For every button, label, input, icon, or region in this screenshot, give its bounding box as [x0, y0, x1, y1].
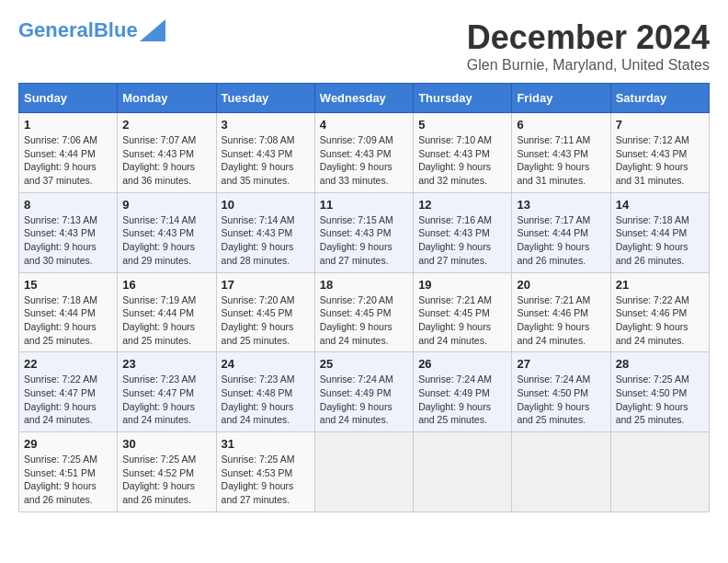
calendar-cell: 21 Sunrise: 7:22 AM Sunset: 4:46 PM Dayl… — [610, 272, 709, 352]
day-number: 5 — [418, 118, 506, 132]
day-number: 26 — [418, 357, 506, 371]
calendar-cell — [610, 432, 709, 512]
day-number: 17 — [222, 278, 310, 292]
day-info: Sunrise: 7:13 AM Sunset: 4:43 PM Dayligh… — [24, 213, 112, 268]
day-info: Sunrise: 7:21 AM Sunset: 4:46 PM Dayligh… — [517, 293, 605, 348]
calendar-cell: 27 Sunrise: 7:24 AM Sunset: 4:50 PM Dayl… — [512, 352, 610, 432]
day-number: 24 — [222, 357, 310, 371]
day-info: Sunrise: 7:12 AM Sunset: 4:43 PM Dayligh… — [616, 133, 704, 188]
day-number: 8 — [24, 198, 112, 212]
day-info: Sunrise: 7:07 AM Sunset: 4:43 PM Dayligh… — [122, 133, 210, 188]
day-info: Sunrise: 7:18 AM Sunset: 4:44 PM Dayligh… — [616, 213, 704, 268]
day-info: Sunrise: 7:09 AM Sunset: 4:43 PM Dayligh… — [320, 133, 408, 188]
day-number: 7 — [616, 118, 704, 132]
day-info: Sunrise: 7:18 AM Sunset: 4:44 PM Dayligh… — [24, 293, 112, 348]
weekday-header-monday: Monday — [118, 84, 216, 113]
calendar-cell: 4 Sunrise: 7:09 AM Sunset: 4:43 PM Dayli… — [314, 113, 413, 193]
day-info: Sunrise: 7:25 AM Sunset: 4:52 PM Dayligh… — [122, 453, 210, 507]
calendar-cell: 9 Sunrise: 7:14 AM Sunset: 4:43 PM Dayli… — [118, 192, 216, 272]
svg-marker-0 — [140, 19, 165, 41]
day-number: 4 — [320, 118, 408, 132]
day-number: 16 — [122, 278, 210, 292]
day-info: Sunrise: 7:14 AM Sunset: 4:43 PM Dayligh… — [222, 213, 310, 268]
calendar-cell: 22 Sunrise: 7:22 AM Sunset: 4:47 PM Dayl… — [19, 352, 118, 432]
calendar-week-row: 15 Sunrise: 7:18 AM Sunset: 4:44 PM Dayl… — [19, 272, 710, 352]
calendar-week-row: 29 Sunrise: 7:25 AM Sunset: 4:51 PM Dayl… — [19, 432, 710, 512]
day-number: 18 — [320, 278, 408, 292]
calendar-cell: 11 Sunrise: 7:15 AM Sunset: 4:43 PM Dayl… — [314, 192, 413, 272]
calendar-table: SundayMondayTuesdayWednesdayThursdayFrid… — [18, 83, 710, 512]
calendar-cell: 1 Sunrise: 7:06 AM Sunset: 4:44 PM Dayli… — [19, 113, 118, 193]
day-number: 19 — [418, 278, 506, 292]
day-info: Sunrise: 7:17 AM Sunset: 4:44 PM Dayligh… — [517, 213, 605, 268]
calendar-cell: 13 Sunrise: 7:17 AM Sunset: 4:44 PM Dayl… — [512, 192, 610, 272]
day-number: 9 — [122, 198, 210, 212]
logo-icon — [140, 16, 165, 41]
day-number: 2 — [122, 118, 210, 132]
day-number: 23 — [122, 357, 210, 371]
calendar-cell — [512, 432, 610, 512]
day-number: 12 — [418, 198, 506, 212]
logo: GeneralBlue — [18, 18, 165, 42]
day-info: Sunrise: 7:16 AM Sunset: 4:43 PM Dayligh… — [418, 213, 506, 268]
calendar-cell: 8 Sunrise: 7:13 AM Sunset: 4:43 PM Dayli… — [19, 192, 118, 272]
day-info: Sunrise: 7:06 AM Sunset: 4:44 PM Dayligh… — [24, 133, 112, 188]
calendar-cell: 5 Sunrise: 7:10 AM Sunset: 4:43 PM Dayli… — [414, 113, 512, 193]
day-number: 13 — [517, 198, 605, 212]
day-info: Sunrise: 7:24 AM Sunset: 4:50 PM Dayligh… — [517, 373, 605, 427]
day-info: Sunrise: 7:11 AM Sunset: 4:43 PM Dayligh… — [517, 133, 605, 188]
calendar-cell: 15 Sunrise: 7:18 AM Sunset: 4:44 PM Dayl… — [19, 272, 118, 352]
day-info: Sunrise: 7:22 AM Sunset: 4:46 PM Dayligh… — [616, 293, 704, 348]
calendar-cell: 14 Sunrise: 7:18 AM Sunset: 4:44 PM Dayl… — [610, 192, 709, 272]
day-info: Sunrise: 7:20 AM Sunset: 4:45 PM Dayligh… — [320, 293, 408, 348]
day-info: Sunrise: 7:21 AM Sunset: 4:45 PM Dayligh… — [418, 293, 506, 348]
month-title: December 2024 — [467, 18, 710, 57]
calendar-cell — [314, 432, 413, 512]
calendar-cell: 18 Sunrise: 7:20 AM Sunset: 4:45 PM Dayl… — [314, 272, 413, 352]
day-number: 20 — [517, 278, 605, 292]
calendar-cell: 26 Sunrise: 7:24 AM Sunset: 4:49 PM Dayl… — [414, 352, 512, 432]
calendar-week-row: 22 Sunrise: 7:22 AM Sunset: 4:47 PM Dayl… — [19, 352, 710, 432]
day-info: Sunrise: 7:25 AM Sunset: 4:51 PM Dayligh… — [24, 453, 112, 507]
day-number: 1 — [24, 118, 112, 132]
day-number: 21 — [616, 278, 704, 292]
weekday-header-saturday: Saturday — [610, 84, 709, 113]
weekday-header-wednesday: Wednesday — [314, 84, 413, 113]
location-title: Glen Burnie, Maryland, United States — [467, 57, 710, 74]
day-number: 27 — [517, 357, 605, 371]
weekday-header-sunday: Sunday — [19, 84, 118, 113]
calendar-cell: 20 Sunrise: 7:21 AM Sunset: 4:46 PM Dayl… — [512, 272, 610, 352]
day-info: Sunrise: 7:25 AM Sunset: 4:50 PM Dayligh… — [616, 373, 704, 427]
day-number: 28 — [616, 357, 704, 371]
day-info: Sunrise: 7:20 AM Sunset: 4:45 PM Dayligh… — [222, 293, 310, 348]
day-info: Sunrise: 7:23 AM Sunset: 4:48 PM Dayligh… — [222, 373, 310, 427]
weekday-header-row: SundayMondayTuesdayWednesdayThursdayFrid… — [19, 84, 710, 113]
day-info: Sunrise: 7:08 AM Sunset: 4:43 PM Dayligh… — [222, 133, 310, 188]
calendar-cell: 10 Sunrise: 7:14 AM Sunset: 4:43 PM Dayl… — [216, 192, 314, 272]
day-number: 3 — [222, 118, 310, 132]
calendar-cell: 19 Sunrise: 7:21 AM Sunset: 4:45 PM Dayl… — [414, 272, 512, 352]
page-header: GeneralBlue December 2024 Glen Burnie, M… — [18, 18, 710, 74]
day-info: Sunrise: 7:25 AM Sunset: 4:53 PM Dayligh… — [222, 453, 310, 507]
title-section: December 2024 Glen Burnie, Maryland, Uni… — [467, 18, 710, 74]
calendar-week-row: 1 Sunrise: 7:06 AM Sunset: 4:44 PM Dayli… — [19, 113, 710, 193]
day-number: 14 — [616, 198, 704, 212]
calendar-week-row: 8 Sunrise: 7:13 AM Sunset: 4:43 PM Dayli… — [19, 192, 710, 272]
calendar-cell: 17 Sunrise: 7:20 AM Sunset: 4:45 PM Dayl… — [216, 272, 314, 352]
calendar-cell: 6 Sunrise: 7:11 AM Sunset: 4:43 PM Dayli… — [512, 113, 610, 193]
day-number: 22 — [24, 357, 112, 371]
calendar-cell: 28 Sunrise: 7:25 AM Sunset: 4:50 PM Dayl… — [610, 352, 709, 432]
day-info: Sunrise: 7:22 AM Sunset: 4:47 PM Dayligh… — [24, 373, 112, 427]
day-number: 29 — [24, 437, 112, 451]
day-info: Sunrise: 7:15 AM Sunset: 4:43 PM Dayligh… — [320, 213, 408, 268]
day-info: Sunrise: 7:24 AM Sunset: 4:49 PM Dayligh… — [418, 373, 506, 427]
calendar-cell: 16 Sunrise: 7:19 AM Sunset: 4:44 PM Dayl… — [118, 272, 216, 352]
calendar-cell: 30 Sunrise: 7:25 AM Sunset: 4:52 PM Dayl… — [118, 432, 216, 512]
day-number: 10 — [222, 198, 310, 212]
calendar-cell: 2 Sunrise: 7:07 AM Sunset: 4:43 PM Dayli… — [118, 113, 216, 193]
calendar-cell: 25 Sunrise: 7:24 AM Sunset: 4:49 PM Dayl… — [314, 352, 413, 432]
day-number: 25 — [320, 357, 408, 371]
calendar-cell: 31 Sunrise: 7:25 AM Sunset: 4:53 PM Dayl… — [216, 432, 314, 512]
day-number: 15 — [24, 278, 112, 292]
day-info: Sunrise: 7:10 AM Sunset: 4:43 PM Dayligh… — [418, 133, 506, 188]
